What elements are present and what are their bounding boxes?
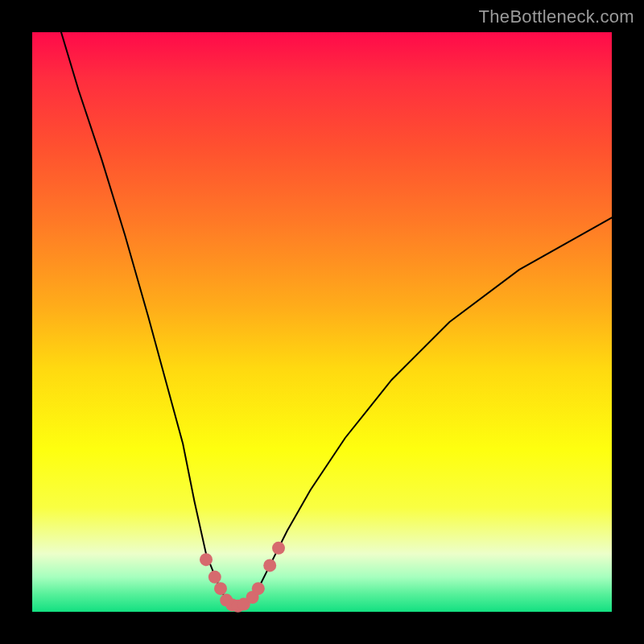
- highlight-dot: [208, 571, 221, 584]
- highlight-dot: [252, 582, 265, 595]
- watermark: TheBottleneck.com: [479, 6, 634, 27]
- highlight-dot: [200, 553, 213, 566]
- chart-container: TheBottleneck.com: [0, 0, 644, 644]
- highlight-dot: [214, 582, 227, 595]
- plot-area: [32, 32, 612, 612]
- curve-layer: [32, 32, 612, 612]
- highlight-dot: [263, 559, 276, 572]
- bottleneck-curve: [61, 32, 612, 606]
- highlight-dot: [272, 542, 285, 555]
- highlight-points: [200, 542, 285, 613]
